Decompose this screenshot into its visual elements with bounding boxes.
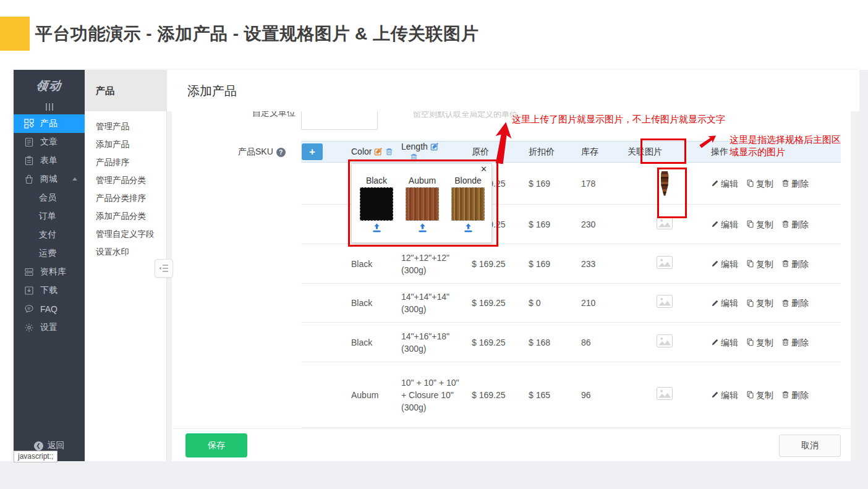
- sidebar-item-label: 产品: [40, 118, 57, 129]
- sidebar-item-payment[interactable]: 支付: [14, 226, 85, 244]
- sku-row: Black 14"+14"+14" (300g) $ 169.25 $ 0 21…: [301, 284, 841, 323]
- edit-action[interactable]: 编辑: [711, 336, 738, 349]
- delete-spec-icon[interactable]: [410, 153, 464, 162]
- sidebar-item-library[interactable]: 资料库: [14, 263, 85, 281]
- submenu-item-manage-categories[interactable]: 管理产品分类: [85, 171, 166, 189]
- image-placeholder-icon[interactable]: [657, 392, 673, 402]
- sidebar-item-forms[interactable]: 表单: [14, 151, 85, 170]
- edit-spec-icon[interactable]: [430, 142, 439, 153]
- submenu-item-watermark[interactable]: 设置水印: [85, 243, 166, 261]
- sidebar-item-label: 支付: [39, 229, 56, 240]
- sku-original-price: $ 169.25: [464, 244, 522, 284]
- form-card: 自定义单位 留空则默认取全局定义的单位 产品SKU ? +: [172, 111, 851, 461]
- image-placeholder-icon[interactable]: [657, 261, 673, 271]
- sidebar-item-download[interactable]: 下载: [14, 281, 85, 300]
- swatch-label: Black: [359, 176, 394, 185]
- help-icon[interactable]: ?: [276, 148, 286, 157]
- upload-icon[interactable]: [451, 223, 485, 236]
- sidebar-item-label: 商城: [40, 174, 57, 185]
- delete-action[interactable]: 删除: [781, 177, 809, 190]
- sidebar-item-orders[interactable]: 订单: [14, 207, 85, 226]
- sku-discount-price: $ 169: [522, 163, 572, 205]
- edit-action[interactable]: 编辑: [711, 297, 738, 309]
- edit-action[interactable]: 编辑: [711, 218, 738, 231]
- delete-action[interactable]: 删除: [781, 389, 809, 401]
- sidebar-item-articles[interactable]: 文章: [14, 133, 85, 151]
- sku-color: Black: [347, 284, 400, 323]
- page: 平台功能演示 - 添加产品 - 设置规格图片 & 上传关联图片 领动 产品 文章…: [0, 0, 868, 489]
- submenu-item-add-category[interactable]: 添加产品分类: [85, 207, 166, 225]
- sku-stock: 230: [572, 205, 628, 244]
- download-icon: [24, 286, 34, 296]
- copy-action[interactable]: 复制: [746, 297, 773, 309]
- back-button[interactable]: ❮ 返回: [14, 440, 85, 451]
- copy-action[interactable]: 复制: [746, 389, 773, 401]
- close-icon[interactable]: ✕: [480, 164, 487, 174]
- sidebar-item-label: 订单: [39, 211, 56, 222]
- delete-action[interactable]: 删除: [781, 336, 809, 349]
- image-placeholder-icon[interactable]: [657, 221, 673, 231]
- copy-action[interactable]: 复制: [746, 336, 773, 349]
- sidebar-item-products[interactable]: 产品: [14, 114, 85, 133]
- back-icon: ❮: [34, 441, 43, 451]
- swatch-image-blonde[interactable]: [451, 187, 485, 221]
- title-accent-square: [0, 17, 30, 51]
- sidebar-item-label: 会员: [39, 192, 56, 203]
- submenu-item-custom-fields[interactable]: 管理自定义字段: [85, 225, 166, 243]
- spec-image-popup: ✕ Black Aubum Blonde: [351, 163, 492, 243]
- sku-label-text: 产品SKU: [238, 147, 273, 158]
- add-sku-button[interactable]: +: [302, 143, 323, 160]
- swatch-black: Black: [359, 176, 394, 236]
- app-logo[interactable]: 领动: [12, 70, 87, 100]
- sidebar-item-mall[interactable]: 商城: [14, 170, 85, 189]
- annotation-note-mainimage: 这里是指选择规格后主图区 域显示的图片: [730, 134, 861, 158]
- sidebar-item-shipping[interactable]: 运费: [14, 244, 85, 263]
- edit-action[interactable]: 编辑: [711, 177, 738, 190]
- custom-unit-input[interactable]: [301, 111, 378, 130]
- custom-unit-helper: 留空则默认取全局定义的单位: [413, 111, 517, 120]
- swatch-image-black[interactable]: [360, 187, 393, 221]
- status-bar-link-tooltip: javascript:;: [14, 451, 57, 462]
- cancel-button[interactable]: 取消: [779, 435, 841, 457]
- sku-length: 14"+14"+14" (300g): [400, 284, 464, 323]
- sku-color: Black: [347, 244, 400, 284]
- sidebar-item-members[interactable]: 会员: [14, 189, 85, 207]
- upload-icon[interactable]: [405, 223, 440, 236]
- sidebar-collapse-handle[interactable]: [14, 100, 85, 114]
- image-placeholder-icon[interactable]: [657, 339, 673, 349]
- sidebar-item-label: 下载: [40, 285, 57, 296]
- sidebar-item-faq[interactable]: FAQ: [14, 300, 85, 318]
- sku-stock: 86: [572, 323, 628, 362]
- annotation-note-upload: 这里上传了图片就显示图片，不上传图片就显示文字: [512, 114, 725, 125]
- document-icon: [24, 137, 34, 147]
- sku-stock: 96: [572, 362, 628, 428]
- swatch-image-aubum[interactable]: [406, 187, 439, 221]
- copy-action[interactable]: 复制: [746, 258, 773, 270]
- copy-action[interactable]: 复制: [746, 177, 773, 190]
- app-window: 领动 产品 文章 表单 商城 会员 订单 支付 运费: [14, 70, 859, 461]
- sku-stock: 210: [572, 284, 628, 323]
- submenu-item-category-sort[interactable]: 产品分类排序: [85, 189, 166, 207]
- edit-action[interactable]: 编辑: [711, 389, 738, 401]
- delete-action[interactable]: 删除: [781, 297, 809, 309]
- save-button[interactable]: 保存: [185, 433, 247, 457]
- upload-icon[interactable]: [359, 223, 394, 236]
- submenu-item-add-product[interactable]: 添加产品: [85, 135, 166, 153]
- copy-action[interactable]: 复制: [746, 218, 773, 231]
- submenu-collapse-button[interactable]: [155, 259, 173, 278]
- linked-image-thumbnail[interactable]: [661, 171, 669, 196]
- sku-stock: 178: [572, 163, 628, 205]
- image-placeholder-icon[interactable]: [657, 300, 673, 310]
- delete-action[interactable]: 删除: [781, 218, 809, 231]
- back-label: 返回: [48, 440, 65, 451]
- swatch-label: Aubum: [405, 176, 440, 185]
- sidebar-item-settings[interactable]: 设置: [14, 318, 85, 337]
- submenu-item-product-sort[interactable]: 产品排序: [85, 153, 166, 171]
- database-icon: [24, 267, 34, 277]
- delete-action[interactable]: 删除: [781, 258, 809, 270]
- submenu-item-manage-products[interactable]: 管理产品: [85, 117, 166, 135]
- edit-spec-icon[interactable]: [374, 147, 383, 158]
- edit-action[interactable]: 编辑: [711, 258, 738, 270]
- sku-row: Aubum 10" + 10" + 10" + Closure 10"(300g…: [301, 362, 841, 428]
- delete-spec-icon[interactable]: [385, 148, 393, 158]
